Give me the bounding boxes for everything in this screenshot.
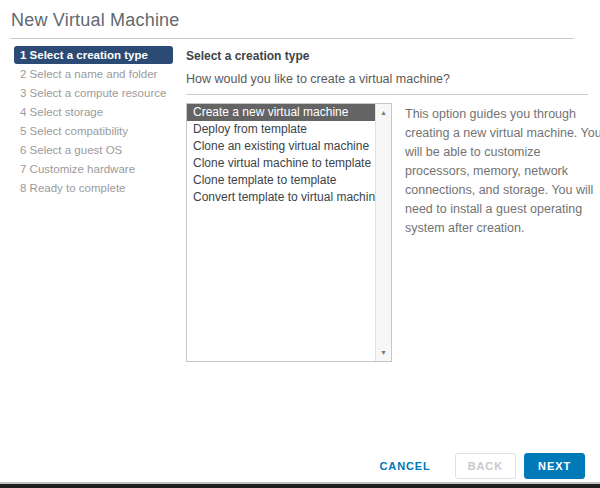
step-content: Select a creation type How would you lik… — [173, 46, 600, 362]
cancel-button[interactable]: CANCEL — [377, 454, 432, 478]
wizard-step[interactable]: 1 Select a creation type — [14, 46, 173, 64]
scroll-down-icon[interactable]: ▼ — [380, 344, 387, 361]
wizard-step[interactable]: 5 Select compatibility — [14, 122, 173, 140]
wizard-step[interactable]: 7 Customize hardware — [14, 160, 173, 178]
creation-type-list: Create a new virtual machineDeploy from … — [187, 104, 375, 206]
creation-type-option[interactable]: Clone virtual machine to template — [187, 155, 375, 172]
footer: CANCEL BACK NEXT — [377, 453, 585, 479]
creation-type-option[interactable]: Convert template to virtual machine — [187, 189, 375, 206]
step-heading: Select a creation type — [186, 46, 600, 63]
next-button[interactable]: NEXT — [524, 453, 585, 479]
wizard-body: 1 Select a creation type2 Select a name … — [0, 39, 600, 362]
scroll-up-icon[interactable]: ▲ — [380, 104, 387, 121]
creation-type-listbox[interactable]: Create a new virtual machineDeploy from … — [186, 103, 392, 362]
creation-type-option[interactable]: Create a new virtual machine — [187, 104, 375, 121]
creation-type-option[interactable]: Deploy from template — [187, 121, 375, 138]
listbox-scrollbar[interactable]: ▲ ▼ — [375, 104, 391, 361]
wizard-step[interactable]: 4 Select storage — [14, 103, 173, 121]
selection-row: Create a new virtual machineDeploy from … — [186, 103, 600, 362]
wizard-step[interactable]: 8 Ready to complete — [14, 179, 173, 197]
wizard-step[interactable]: 3 Select a compute resource — [14, 84, 173, 102]
wizard-steps: 1 Select a creation type2 Select a name … — [14, 46, 173, 362]
back-button[interactable]: BACK — [455, 453, 516, 479]
content-divider — [186, 94, 588, 95]
dialog-title: New Virtual Machine — [0, 0, 600, 31]
option-description: This option guides you through creating … — [392, 103, 600, 362]
wizard-step[interactable]: 6 Select a guest OS — [14, 141, 173, 159]
step-question: How would you like to create a virtual m… — [186, 72, 600, 86]
creation-type-option[interactable]: Clone template to template — [187, 172, 375, 189]
new-virtual-machine-dialog: New Virtual Machine 1 Select a creation … — [0, 0, 600, 488]
dialog-bottom-edge — [0, 482, 600, 488]
creation-type-option[interactable]: Clone an existing virtual machine — [187, 138, 375, 155]
wizard-step[interactable]: 2 Select a name and folder — [14, 65, 173, 83]
